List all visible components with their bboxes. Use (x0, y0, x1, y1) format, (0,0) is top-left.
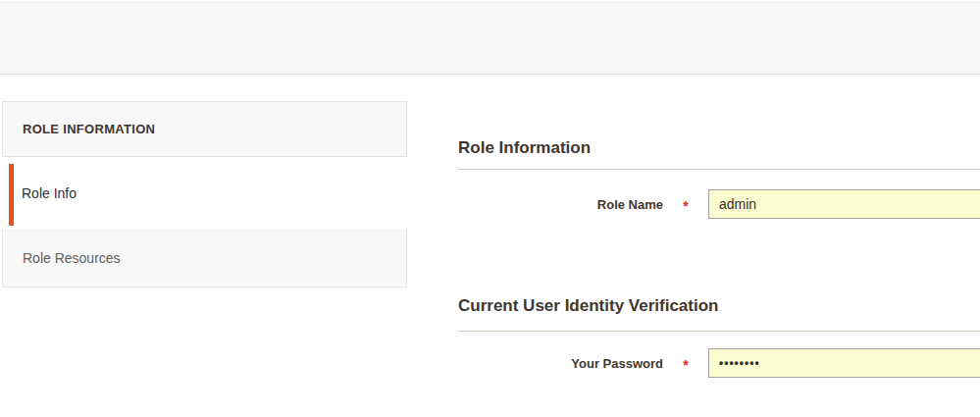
sidebar-item-label: Role Info (22, 185, 77, 201)
section-divider (458, 169, 980, 170)
role-name-field-row: Role Name * (458, 189, 980, 219)
role-name-input[interactable] (708, 189, 980, 219)
section-title-identity-verification: Current User Identity Verification (458, 296, 980, 316)
required-asterisk: * (663, 194, 708, 214)
your-password-label: Your Password (458, 356, 663, 371)
sidebar-header: ROLE INFORMATION (3, 102, 406, 157)
section-title-role-information: Role Information (458, 138, 980, 158)
sidebar-item-role-info[interactable]: Role Info (2, 157, 411, 229)
page-header-bar (0, 2, 980, 75)
role-tabs-sidebar: ROLE INFORMATION Role Info Role Resource… (2, 101, 407, 287)
password-input[interactable] (708, 348, 980, 378)
section-divider (458, 331, 980, 332)
required-asterisk: * (663, 353, 708, 373)
password-field-row: Your Password * (458, 348, 980, 378)
role-name-label: Role Name (458, 197, 663, 212)
sidebar-item-label: Role Resources (23, 250, 121, 266)
sidebar-item-role-resources[interactable]: Role Resources (3, 229, 406, 287)
